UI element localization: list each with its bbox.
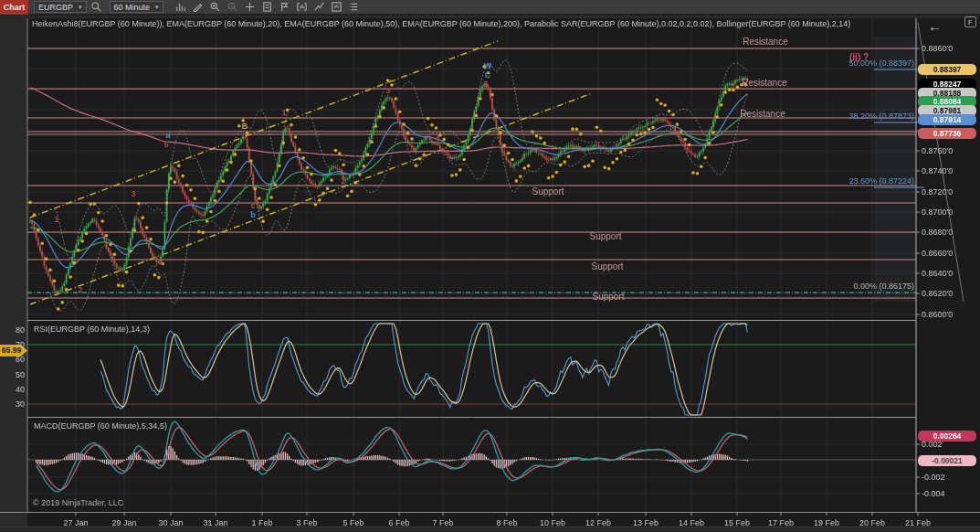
date-tick-label: 7 Feb (432, 518, 453, 527)
support-resistance-label: Support (592, 292, 624, 302)
interval-value: 60 Minute (114, 3, 151, 12)
date-tick-label: 19 Feb (814, 518, 839, 527)
price-tag: 0.87736 (918, 128, 976, 139)
alert-flag-icon[interactable] (277, 1, 292, 14)
price-tick-label: 0.8700'0 (922, 207, 953, 217)
tab-chart[interactable]: Chart (0, 0, 28, 15)
wave-label: c (250, 201, 255, 210)
macd-tick-label: -0.004 (922, 489, 945, 498)
wave-label: 3 (131, 189, 135, 198)
indicator-label: HeikenAshi8(EURGBP (60 Minute)), EMA(EUR… (32, 19, 850, 28)
support-resistance-label: Resistance (743, 37, 787, 47)
support-resistance-label: Support (589, 231, 621, 241)
wave-label: b (250, 210, 256, 219)
zoom-in-icon[interactable] (207, 1, 223, 14)
price-tick-label: 0.8620'0 (922, 289, 953, 298)
wave-label: 5 (483, 80, 488, 89)
chart-style-icon[interactable] (173, 1, 188, 14)
price-tick-label: 0.8720'0 (922, 187, 953, 197)
macd-value-tag: -0.00021 (918, 455, 976, 466)
date-tick-label: 17 Feb (768, 518, 794, 527)
wave-label: B (242, 122, 248, 131)
wave-label: 4 (435, 133, 439, 143)
rsi-tick-label: 50 (1, 370, 25, 379)
price-tick-label: 0.8660'0 (922, 249, 953, 258)
price-tag: 0.88397 (918, 64, 976, 75)
date-tick-label: 20 Feb (859, 518, 885, 527)
back-arrow-button[interactable]: ← (928, 20, 942, 33)
favorites-badge[interactable]: F (964, 16, 976, 27)
support-resistance-label: Resistance (740, 109, 785, 119)
support-resistance-label: Support (532, 186, 564, 197)
trendline-icon[interactable] (311, 1, 327, 14)
interval-select[interactable]: 60 Minute ▾ (110, 1, 163, 13)
price-tick-label: 0.8680'0 (922, 228, 953, 237)
rsi-indicator-label: RSI(EURGBP (60 Minute),14,3) (34, 325, 150, 334)
date-tick-label: 10 Feb (540, 518, 565, 527)
ninjatrader-chart-window: Chart EURGBP ▾ 60 Minute ▾ HeikenAshi8(E… (0, 0, 980, 532)
rsi-tick-label: 30 (1, 399, 25, 409)
date-tick-label: 3 Feb (296, 518, 317, 527)
wave-label: 3 (385, 86, 390, 95)
date-tick-label: 21 Feb (905, 518, 931, 527)
fib-level-label: 50.00% (0.88397) (848, 59, 914, 68)
date-tick-label: 1 Feb (251, 518, 272, 527)
price-tick-label: 0.8860'0 (922, 44, 953, 53)
instrument-value: EURGBP (38, 3, 73, 12)
wave-label: W (484, 61, 492, 70)
chart-toolbar: Chart EURGBP ▾ 60 Minute ▾ (0, 0, 980, 15)
macd-tick-label: -0.002 (922, 473, 945, 482)
fib-level-label: 0.00% (0.86175) (853, 282, 914, 291)
toolbar-icon-strip (171, 1, 362, 14)
date-tick-label: 5 Feb (342, 518, 364, 527)
date-tick-label: 12 Feb (585, 518, 611, 527)
crosshair-icon[interactable] (242, 1, 258, 14)
date-tick-label: 14 Feb (679, 518, 704, 527)
price-tick-label: 0.8740'0 (922, 166, 953, 176)
date-tick-label: 27 Jan (63, 518, 88, 527)
price-tick-label: 0.8640'0 (922, 269, 953, 278)
price-tick-label: 0.8760'0 (922, 146, 953, 155)
price-tick-label: 0.8600'0 (922, 310, 953, 319)
macd-indicator-label: MACD(EURGBP (60 Minute),5,34,5) (34, 421, 167, 431)
date-tick-label: 29 Jan (111, 518, 136, 527)
chart-trader-icon[interactable] (329, 1, 344, 14)
chevron-down-icon: ▾ (79, 4, 82, 11)
date-tick-label: 8 Feb (496, 518, 517, 527)
date-tick-label: 13 Feb (633, 518, 659, 527)
date-tick-label: 31 Jan (203, 518, 227, 527)
rsi-tick-label: 70 (1, 340, 25, 349)
wave-label: 2 (341, 176, 345, 186)
data-series-icon[interactable] (259, 1, 275, 14)
data-box-icon[interactable] (346, 1, 362, 14)
zoom-out-icon[interactable] (225, 1, 240, 14)
snapshot-icon[interactable] (294, 1, 310, 14)
wave-label: 1 (281, 108, 286, 117)
instrument-select[interactable]: EURGBP ▾ (34, 1, 87, 13)
date-tick-label: 30 Jan (158, 518, 183, 527)
copyright-label: © 2019 NinjaTrader, LLC (33, 498, 123, 507)
wave-label: 2 (78, 285, 82, 294)
wave-label: C (485, 70, 491, 80)
date-tick-label: 6 Feb (388, 518, 409, 527)
chevron-down-icon: ▾ (155, 4, 159, 11)
wave-label: a (165, 131, 170, 140)
search-icon[interactable] (89, 1, 104, 14)
fib-level-label: 38.20% (0.87873) (848, 112, 914, 121)
chart-canvas[interactable] (0, 0, 980, 532)
rsi-tick-label: 80 (1, 325, 25, 335)
wave-label: 1 (54, 215, 58, 224)
rsi-tick-label: 60 (1, 355, 25, 364)
price-tag: 0.87914 (918, 114, 976, 125)
macd-value-tag: 0.00264 (918, 431, 976, 442)
rsi-tick-label: 40 (1, 385, 25, 394)
support-resistance-label: Support (591, 261, 623, 271)
fib-level-label: 23.60% (0.87224) (848, 176, 914, 186)
date-tick-label: 15 Feb (724, 518, 750, 527)
support-resistance-label: Resistance (742, 78, 786, 88)
drawing-tools-icon[interactable] (190, 1, 205, 14)
wave-label: 4 (158, 258, 163, 267)
wave-label: 5 (163, 140, 168, 149)
